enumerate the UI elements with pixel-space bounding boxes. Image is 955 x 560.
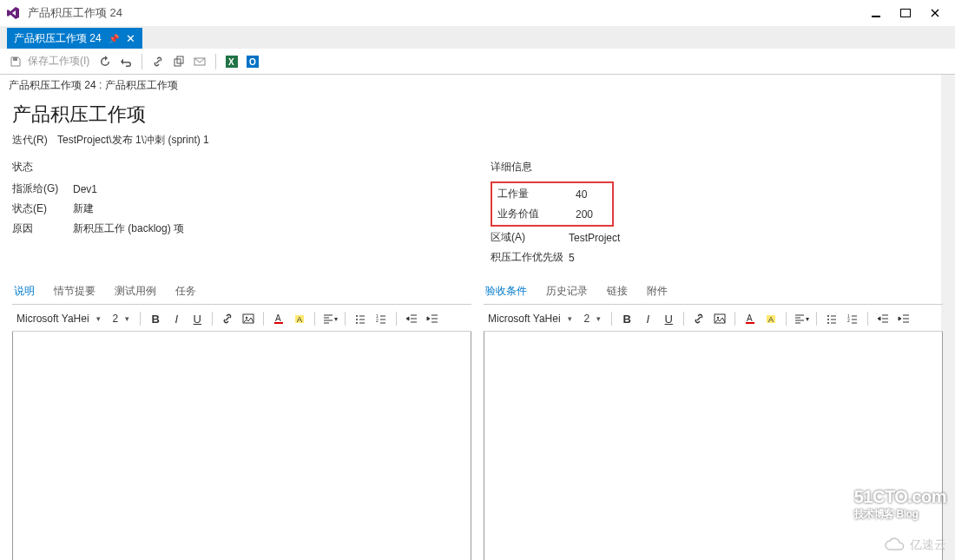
tab-storyboard[interactable]: 情节提要 [52, 282, 97, 300]
indent-button[interactable] [895, 310, 912, 327]
tab-acceptance[interactable]: 验收条件 [484, 282, 529, 300]
svg-point-27 [827, 315, 829, 317]
svg-text:O: O [249, 57, 256, 67]
indent-button[interactable] [424, 310, 441, 327]
italic-button[interactable]: I [168, 310, 185, 327]
chevron-down-icon: ▾ [125, 314, 129, 323]
state-value[interactable]: 新建 [73, 201, 94, 216]
state-label: 状态(E) [12, 201, 73, 216]
font-family-dropdown[interactable]: Microsoft YaHei▾ [484, 311, 576, 326]
tab-history[interactable]: 历史记录 [544, 282, 589, 300]
highlight-button[interactable]: A [762, 310, 780, 327]
left-editor-column: 说明 情节提要 测试用例 任务 Microsoft YaHei▾ 2▾ B I … [12, 270, 471, 560]
iteration-value[interactable]: TestProject\发布 1\冲刺 (sprint) 1 [57, 134, 209, 146]
highlight-button[interactable]: A [291, 310, 308, 327]
align-left-button[interactable]: ▾ [321, 310, 339, 327]
svg-point-16 [356, 315, 358, 317]
reason-value[interactable]: 新积压工作 (backlog) 项 [73, 221, 184, 236]
highlighted-fields: 工作量40 业务价值200 [491, 181, 614, 227]
chevron-down-icon: ▾ [596, 314, 601, 323]
italic-button[interactable]: I [639, 310, 656, 327]
bold-button[interactable]: B [618, 310, 636, 327]
underline-button[interactable]: U [660, 310, 677, 327]
save-icon[interactable] [7, 53, 24, 70]
bullet-list-button[interactable] [352, 310, 369, 327]
undo-icon[interactable] [117, 53, 135, 70]
font-color-button[interactable]: A [270, 310, 287, 327]
tab-tasks[interactable]: 任务 [174, 282, 198, 300]
titlebar: 产品积压工作项 24 [0, 0, 955, 26]
font-size-dropdown[interactable]: 2▾ [109, 311, 135, 326]
close-button[interactable] [920, 2, 950, 24]
iteration-row: 迭代(R) TestProject\发布 1\冲刺 (sprint) 1 [12, 133, 943, 148]
number-list-button[interactable]: 12 [844, 310, 861, 327]
svg-text:2: 2 [847, 318, 850, 323]
link-button[interactable] [219, 310, 236, 327]
svg-rect-0 [872, 16, 880, 17]
tab-links[interactable]: 链接 [605, 282, 629, 300]
bold-button[interactable]: B [147, 310, 164, 327]
excel-icon[interactable]: X [223, 53, 240, 70]
page-title: 产品积压工作项 [12, 102, 943, 128]
image-button[interactable] [240, 310, 257, 327]
minimize-button[interactable] [861, 2, 891, 24]
breadcrumb: 产品积压工作项 24 : 产品积压工作项 [0, 75, 955, 96]
content-area: 产品积压工作项 迭代(R) TestProject\发布 1\冲刺 (sprin… [0, 96, 955, 560]
number-list-button[interactable]: 12 [372, 310, 390, 327]
watermark-51cto: 51CTO.com 技术博客 Blog [854, 487, 946, 522]
details-section: 详细信息 工作量40 业务价值200 区域(A)TestProject 积压工作… [491, 160, 943, 270]
pin-icon[interactable]: 📌 [109, 34, 119, 43]
maximize-button[interactable] [891, 2, 920, 24]
toolbar-separator [142, 54, 142, 69]
chevron-down-icon: ▾ [96, 314, 101, 323]
svg-point-11 [246, 317, 247, 319]
effort-label: 工作量 [497, 187, 576, 201]
bizvalue-value[interactable]: 200 [576, 208, 607, 221]
assigned-label: 指派给(G) [12, 181, 73, 196]
font-family-dropdown[interactable]: Microsoft YaHei▾ [12, 311, 105, 326]
area-value[interactable]: TestProject [569, 232, 620, 244]
document-tabbar: 产品积压工作项 24 📌 ✕ [0, 26, 955, 49]
email-icon[interactable] [191, 53, 208, 70]
toolbar: 保存工作项(I) X O [0, 49, 955, 75]
outlook-icon[interactable]: O [244, 53, 261, 70]
tab-description[interactable]: 说明 [12, 282, 36, 300]
tab-testcases[interactable]: 测试用例 [113, 282, 158, 300]
tab-attachments[interactable]: 附件 [645, 282, 669, 300]
svg-text:A: A [768, 315, 774, 324]
right-editor-toolbar: Microsoft YaHei▾ 2▾ B I U A A ▾ 12 [484, 305, 943, 332]
description-editor[interactable] [12, 332, 471, 560]
outdent-button[interactable] [874, 310, 892, 327]
right-detail-tabs: 验收条件 历史记录 链接 附件 [484, 282, 943, 305]
align-left-button[interactable]: ▾ [793, 310, 810, 327]
priority-value[interactable]: 5 [569, 252, 575, 264]
svg-rect-2 [13, 57, 17, 61]
window-title: 产品积压工作项 24 [28, 5, 861, 21]
effort-value[interactable]: 40 [576, 188, 607, 201]
refresh-icon[interactable] [96, 53, 114, 70]
save-workitem-label[interactable]: 保存工作项(I) [28, 54, 89, 69]
image-button[interactable] [711, 310, 728, 327]
outdent-button[interactable] [403, 310, 420, 327]
tab-label: 产品积压工作项 24 [14, 31, 102, 46]
details-header: 详细信息 [491, 160, 943, 175]
svg-text:A: A [747, 313, 753, 323]
underline-button[interactable]: U [188, 310, 206, 327]
assigned-value[interactable]: Dev1 [73, 183, 97, 195]
vs-logo-icon [5, 5, 21, 21]
svg-rect-24 [746, 322, 754, 324]
status-section: 状态 指派给(G)Dev1 状态(E)新建 原因新积压工作 (backlog) … [12, 160, 464, 270]
tab-workitem-24[interactable]: 产品积压工作项 24 📌 ✕ [7, 28, 142, 49]
link-button[interactable] [690, 310, 708, 327]
copy-icon[interactable] [170, 53, 188, 70]
svg-text:2: 2 [376, 318, 379, 323]
chevron-down-icon: ▾ [568, 314, 572, 323]
link-icon[interactable] [149, 53, 167, 70]
acceptance-editor[interactable] [484, 332, 943, 560]
font-color-button[interactable]: A [741, 310, 759, 327]
bullet-list-button[interactable] [823, 310, 840, 327]
svg-text:A: A [297, 315, 302, 324]
tab-close-icon[interactable]: ✕ [126, 32, 135, 45]
svg-text:A: A [275, 313, 281, 323]
font-size-dropdown[interactable]: 2▾ [580, 311, 606, 326]
